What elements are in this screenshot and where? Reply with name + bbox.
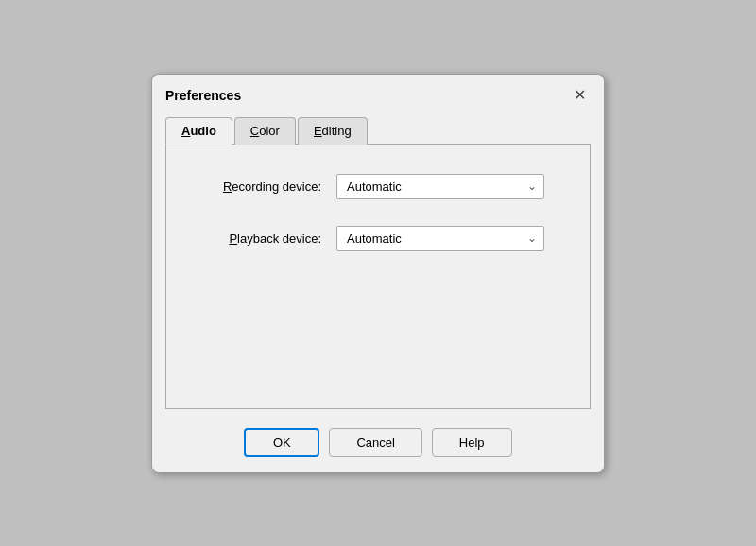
playback-device-label: Playback device: — [185, 231, 336, 246]
tab-bar: Audio Color Editing — [165, 116, 591, 145]
playback-device-row: Playback device: Automatic Default Devic… — [185, 226, 571, 251]
help-button[interactable]: Help — [432, 428, 512, 457]
tab-audio[interactable]: Audio — [165, 117, 232, 145]
tab-editing[interactable]: Editing — [298, 117, 368, 145]
playback-device-select-wrapper: Automatic Default Device ⌄ — [336, 226, 544, 251]
recording-device-select[interactable]: Automatic Default Device — [336, 174, 544, 199]
recording-device-label: Recording device: — [185, 179, 336, 194]
tab-content-audio: Recording device: Automatic Default Devi… — [165, 145, 591, 409]
ok-button[interactable]: OK — [244, 428, 319, 457]
title-bar: Preferences ✕ — [152, 75, 604, 107]
recording-device-row: Recording device: Automatic Default Devi… — [185, 174, 571, 199]
preferences-dialog: Preferences ✕ Audio Color Editing Record… — [151, 74, 605, 473]
dialog-title: Preferences — [165, 88, 241, 103]
close-button[interactable]: ✕ — [568, 84, 591, 107]
button-bar: OK Cancel Help — [152, 418, 604, 472]
playback-device-select[interactable]: Automatic Default Device — [336, 226, 544, 251]
cancel-button[interactable]: Cancel — [329, 428, 421, 457]
recording-device-select-wrapper: Automatic Default Device ⌄ — [336, 174, 544, 199]
tab-color[interactable]: Color — [234, 117, 296, 145]
